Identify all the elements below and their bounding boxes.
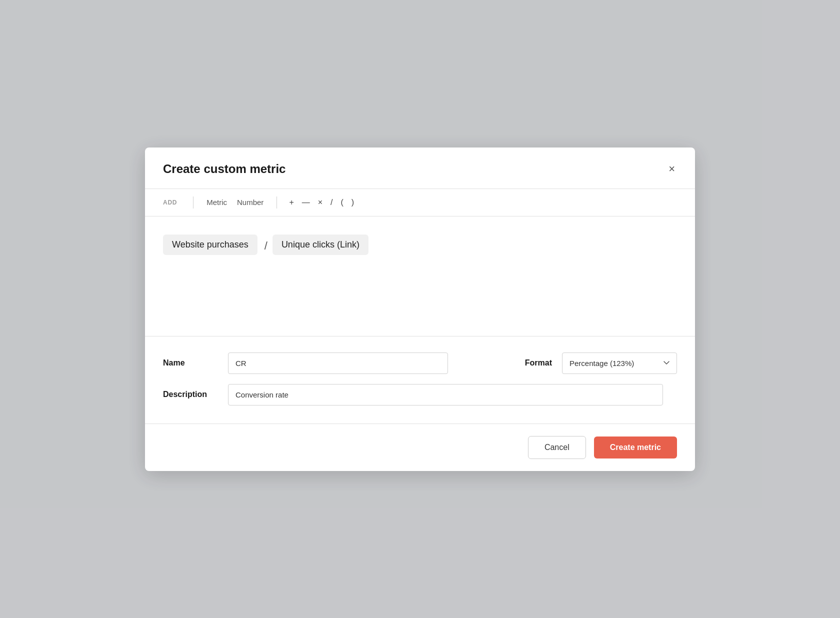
modal-overlay: Create custom metric × ADD Metric Number… <box>0 0 840 618</box>
create-metric-button[interactable]: Create metric <box>594 436 677 458</box>
add-label: ADD <box>163 199 177 206</box>
modal-header: Create custom metric × <box>145 148 695 188</box>
close-button[interactable]: × <box>666 162 677 176</box>
formula-toolbar: ADD Metric Number + — × / ( ) <box>145 188 695 216</box>
description-row: Description <box>163 384 677 406</box>
modal-dialog: Create custom metric × ADD Metric Number… <box>145 148 695 471</box>
description-label: Description <box>163 390 228 399</box>
modal-title: Create custom metric <box>163 162 286 176</box>
format-label: Format <box>525 358 552 368</box>
toolbar-number-btn[interactable]: Number <box>232 196 268 208</box>
name-label: Name <box>163 358 228 368</box>
modal-footer: Cancel Create metric <box>145 424 695 471</box>
formula-area[interactable]: Website purchases / Unique clicks (Link) <box>145 216 695 336</box>
cancel-button[interactable]: Cancel <box>528 436 586 459</box>
toolbar-divider-1 <box>193 196 194 208</box>
formula-token-1[interactable]: Website purchases <box>163 234 258 255</box>
name-row: Name Format Percentage (123%) Number Cur… <box>163 352 677 374</box>
toolbar-metric-btn[interactable]: Metric <box>202 196 232 208</box>
formula-operator: / <box>260 234 272 258</box>
form-section: Name Format Percentage (123%) Number Cur… <box>145 336 695 424</box>
toolbar-divider-2 <box>276 196 277 208</box>
toolbar-open-paren-btn[interactable]: ( <box>337 196 348 209</box>
toolbar-minus-btn[interactable]: — <box>298 196 314 209</box>
toolbar-multiply-btn[interactable]: × <box>314 196 326 209</box>
toolbar-divide-btn[interactable]: / <box>326 196 336 209</box>
toolbar-plus-btn[interactable]: + <box>285 196 298 209</box>
description-input[interactable] <box>228 384 663 406</box>
format-select[interactable]: Percentage (123%) Number Currency <box>562 352 677 374</box>
formula-token-2[interactable]: Unique clicks (Link) <box>272 234 368 255</box>
toolbar-close-paren-btn[interactable]: ) <box>348 196 358 209</box>
name-input[interactable] <box>228 352 448 374</box>
